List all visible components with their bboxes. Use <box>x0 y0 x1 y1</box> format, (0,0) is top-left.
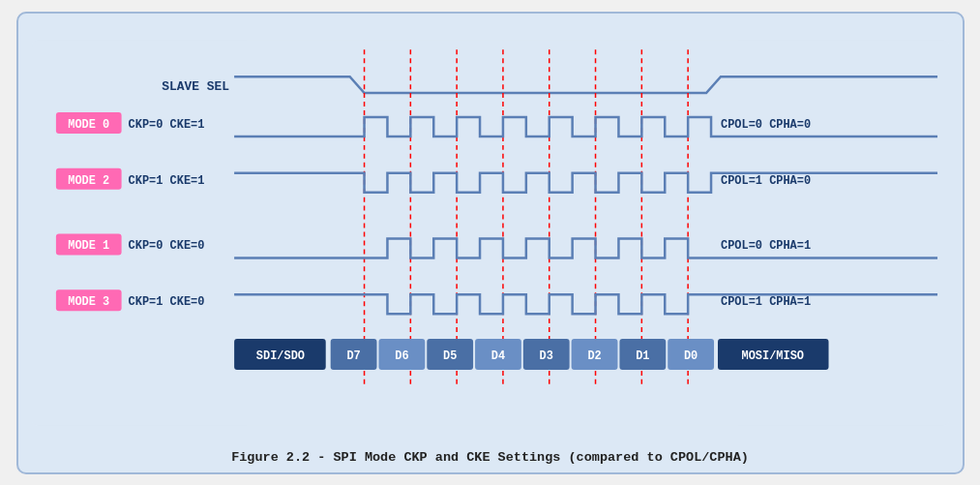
svg-text:D2: D2 <box>587 349 601 362</box>
svg-text:D5: D5 <box>443 349 457 362</box>
svg-text:MODE 0: MODE 0 <box>68 117 109 131</box>
svg-text:MODE 1: MODE 1 <box>68 239 109 253</box>
svg-text:MOSI/MISO: MOSI/MISO <box>741 349 803 362</box>
svg-text:CKP=0  CKE=0: CKP=0 CKE=0 <box>128 239 204 253</box>
svg-text:MODE 3: MODE 3 <box>68 295 109 309</box>
figure-caption: Figure 2.2 - SPI Mode CKP and CKE Settin… <box>32 442 949 465</box>
svg-text:D7: D7 <box>346 349 360 362</box>
svg-text:D1: D1 <box>636 349 649 362</box>
svg-text:CPOL=0  CPHA=0: CPOL=0 CPHA=0 <box>720 117 810 131</box>
diagram-area: text { font-family: 'Courier New', Couri… <box>32 23 949 442</box>
svg-text:D6: D6 <box>395 349 408 362</box>
svg-text:D0: D0 <box>683 349 697 362</box>
svg-text:CPOL=1  CPHA=1: CPOL=1 CPHA=1 <box>720 295 810 309</box>
svg-text:CPOL=0  CPHA=1: CPOL=0 CPHA=1 <box>720 239 810 253</box>
svg-text:CPOL=1  CPHA=0: CPOL=1 CPHA=0 <box>720 173 810 187</box>
slave-sel-label: SLAVE SEL <box>162 79 229 94</box>
svg-text:MODE 2: MODE 2 <box>68 173 109 187</box>
svg-text:CKP=1  CKE=1: CKP=1 CKE=1 <box>128 173 204 187</box>
main-container: text { font-family: 'Courier New', Couri… <box>16 12 965 474</box>
svg-text:CKP=0  CKE=1: CKP=0 CKE=1 <box>128 117 204 131</box>
svg-text:D3: D3 <box>539 349 552 362</box>
svg-text:CKP=1  CKE=0: CKP=1 CKE=0 <box>128 295 204 309</box>
svg-text:D4: D4 <box>490 349 504 362</box>
svg-text:SDI/SDO: SDI/SDO <box>255 349 304 362</box>
